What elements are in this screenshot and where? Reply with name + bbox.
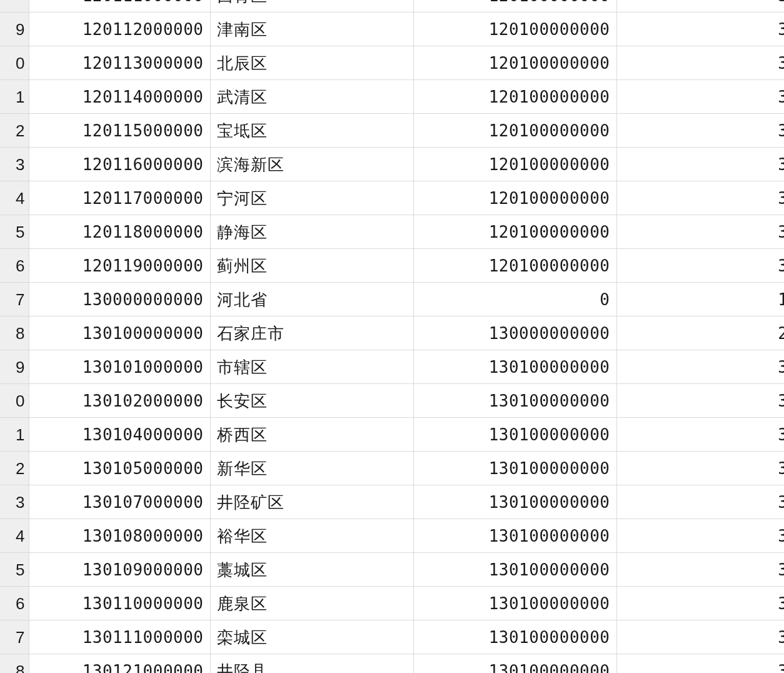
code-cell[interactable]: 120111000000 bbox=[29, 0, 210, 13]
name-cell[interactable]: 井陉矿区 bbox=[210, 485, 413, 519]
name-cell[interactable]: 滨海新区 bbox=[210, 148, 413, 181]
name-cell[interactable]: 武清区 bbox=[210, 80, 413, 114]
row-number-cell[interactable]: 3 bbox=[0, 148, 29, 181]
level-cell[interactable]: 3 bbox=[616, 553, 784, 587]
table-row[interactable]: 7130000000000河北省01 bbox=[0, 283, 784, 316]
table-row[interactable]: 1120114000000武清区1201000000003 bbox=[0, 80, 784, 114]
level-cell[interactable]: 3 bbox=[616, 654, 784, 674]
level-cell[interactable]: 3 bbox=[616, 485, 784, 519]
name-cell[interactable]: 栾城区 bbox=[210, 620, 413, 654]
row-number-cell[interactable]: 2 bbox=[0, 114, 29, 148]
code-cell[interactable]: 130111000000 bbox=[29, 620, 210, 654]
parent-code-cell[interactable]: 120100000000 bbox=[413, 0, 616, 13]
parent-code-cell[interactable]: 130100000000 bbox=[413, 620, 616, 654]
parent-code-cell[interactable]: 130100000000 bbox=[413, 418, 616, 452]
table-row[interactable]: 4130108000000裕华区1301000000003 bbox=[0, 519, 784, 553]
table-row[interactable]: 5120118000000静海区1201000000003 bbox=[0, 215, 784, 249]
level-cell[interactable]: 3 bbox=[616, 80, 784, 114]
table-row[interactable]: 9120112000000津南区1201000000003 bbox=[0, 13, 784, 46]
table-row[interactable]: 3130107000000井陉矿区1301000000003 bbox=[0, 485, 784, 519]
parent-code-cell[interactable]: 130100000000 bbox=[413, 553, 616, 587]
name-cell[interactable]: 裕华区 bbox=[210, 519, 413, 553]
code-cell[interactable]: 130102000000 bbox=[29, 384, 210, 418]
code-cell[interactable]: 130107000000 bbox=[29, 485, 210, 519]
parent-code-cell[interactable]: 0 bbox=[413, 283, 616, 316]
level-cell[interactable]: 3 bbox=[616, 519, 784, 553]
table-row[interactable]: 8130121000000井陉县1301000000003 bbox=[0, 654, 784, 674]
table-row[interactable]: 9130101000000市辖区1301000000003 bbox=[0, 350, 784, 384]
parent-code-cell[interactable]: 130100000000 bbox=[413, 587, 616, 620]
parent-code-cell[interactable]: 120100000000 bbox=[413, 181, 616, 215]
level-cell[interactable]: 3 bbox=[616, 13, 784, 46]
row-number-cell[interactable]: 4 bbox=[0, 519, 29, 553]
level-cell[interactable]: 3 bbox=[616, 0, 784, 13]
parent-code-cell[interactable]: 130100000000 bbox=[413, 519, 616, 553]
level-cell[interactable]: 1 bbox=[616, 283, 784, 316]
parent-code-cell[interactable]: 130100000000 bbox=[413, 452, 616, 485]
name-cell[interactable]: 井陉县 bbox=[210, 654, 413, 674]
code-cell[interactable]: 120117000000 bbox=[29, 181, 210, 215]
code-cell[interactable]: 120112000000 bbox=[29, 13, 210, 46]
code-cell[interactable]: 130108000000 bbox=[29, 519, 210, 553]
table-row[interactable]: 5130109000000藁城区1301000000003 bbox=[0, 553, 784, 587]
row-number-cell[interactable]: 0 bbox=[0, 46, 29, 80]
table-row[interactable]: 1130104000000桥西区1301000000003 bbox=[0, 418, 784, 452]
parent-code-cell[interactable]: 120100000000 bbox=[413, 80, 616, 114]
level-cell[interactable]: 3 bbox=[616, 418, 784, 452]
level-cell[interactable]: 3 bbox=[616, 350, 784, 384]
parent-code-cell[interactable]: 120100000000 bbox=[413, 114, 616, 148]
parent-code-cell[interactable]: 130100000000 bbox=[413, 384, 616, 418]
code-cell[interactable]: 120113000000 bbox=[29, 46, 210, 80]
table-row[interactable]: 2120115000000宝坻区1201000000003 bbox=[0, 114, 784, 148]
parent-code-cell[interactable]: 130100000000 bbox=[413, 350, 616, 384]
code-cell[interactable]: 130000000000 bbox=[29, 283, 210, 316]
code-cell[interactable]: 120114000000 bbox=[29, 80, 210, 114]
level-cell[interactable]: 3 bbox=[616, 148, 784, 181]
table-row[interactable]: 0130102000000长安区1301000000003 bbox=[0, 384, 784, 418]
parent-code-cell[interactable]: 130100000000 bbox=[413, 485, 616, 519]
parent-code-cell[interactable]: 120100000000 bbox=[413, 215, 616, 249]
level-cell[interactable]: 2 bbox=[616, 316, 784, 350]
name-cell[interactable]: 藁城区 bbox=[210, 553, 413, 587]
row-number-cell[interactable]: 7 bbox=[0, 283, 29, 316]
row-number-cell[interactable]: 9 bbox=[0, 350, 29, 384]
code-cell[interactable]: 130105000000 bbox=[29, 452, 210, 485]
parent-code-cell[interactable]: 120100000000 bbox=[413, 249, 616, 283]
name-cell[interactable]: 长安区 bbox=[210, 384, 413, 418]
table-row[interactable]: 0120113000000北辰区1201000000003 bbox=[0, 46, 784, 80]
row-number-cell[interactable]: 1 bbox=[0, 80, 29, 114]
row-number-cell[interactable]: 8 bbox=[0, 316, 29, 350]
code-cell[interactable]: 120118000000 bbox=[29, 215, 210, 249]
table-row[interactable]: 3120116000000滨海新区1201000000003 bbox=[0, 148, 784, 181]
name-cell[interactable]: 津南区 bbox=[210, 13, 413, 46]
code-cell[interactable]: 130100000000 bbox=[29, 316, 210, 350]
table-row[interactable]: 6120119000000蓟州区1201000000003 bbox=[0, 249, 784, 283]
row-number-cell[interactable]: 9 bbox=[0, 13, 29, 46]
level-cell[interactable]: 3 bbox=[616, 620, 784, 654]
code-cell[interactable]: 130101000000 bbox=[29, 350, 210, 384]
row-number-cell[interactable]: 6 bbox=[0, 249, 29, 283]
level-cell[interactable]: 3 bbox=[616, 114, 784, 148]
code-cell[interactable]: 120115000000 bbox=[29, 114, 210, 148]
code-cell[interactable]: 130104000000 bbox=[29, 418, 210, 452]
table-row[interactable]: 4120117000000宁河区1201000000003 bbox=[0, 181, 784, 215]
row-number-cell[interactable]: 5 bbox=[0, 553, 29, 587]
name-cell[interactable]: 河北省 bbox=[210, 283, 413, 316]
name-cell[interactable]: 宝坻区 bbox=[210, 114, 413, 148]
level-cell[interactable]: 3 bbox=[616, 46, 784, 80]
table-row[interactable]: 6130110000000鹿泉区1301000000003 bbox=[0, 587, 784, 620]
table-row[interactable]: 2130105000000新华区1301000000003 bbox=[0, 452, 784, 485]
name-cell[interactable]: 宁河区 bbox=[210, 181, 413, 215]
level-cell[interactable]: 3 bbox=[616, 181, 784, 215]
row-number-cell[interactable]: 4 bbox=[0, 181, 29, 215]
row-number-cell[interactable]: 0 bbox=[0, 384, 29, 418]
data-table[interactable]: 120111000000西青区1201000000003912011200000… bbox=[0, 0, 784, 673]
level-cell[interactable]: 3 bbox=[616, 587, 784, 620]
parent-code-cell[interactable]: 130100000000 bbox=[413, 654, 616, 674]
row-number-cell[interactable]: 3 bbox=[0, 485, 29, 519]
code-cell[interactable]: 130110000000 bbox=[29, 587, 210, 620]
name-cell[interactable]: 北辰区 bbox=[210, 46, 413, 80]
name-cell[interactable]: 市辖区 bbox=[210, 350, 413, 384]
code-cell[interactable]: 120119000000 bbox=[29, 249, 210, 283]
parent-code-cell[interactable]: 120100000000 bbox=[413, 13, 616, 46]
